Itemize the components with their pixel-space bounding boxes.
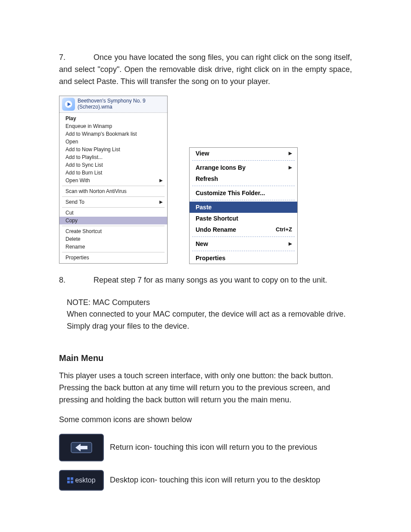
desktop-icon-row: esktop Desktop icon- touching this icon … xyxy=(59,470,352,491)
step-7: 7.Once you have located the song files, … xyxy=(59,52,352,88)
rmenu-view[interactable]: View ▶ xyxy=(190,148,297,159)
step-8: 8. Repeat step 7 for as many songs as yo… xyxy=(59,274,352,286)
menu-create-shortcut[interactable]: Create Shortcut xyxy=(59,227,167,235)
menu-send-to[interactable]: Send To ▶ xyxy=(59,198,167,206)
main-menu-heading: Main Menu xyxy=(59,353,352,363)
document-page: 7.Once you have located the song files, … xyxy=(0,0,411,532)
menu-open[interactable]: Open xyxy=(59,138,167,146)
desktop-icon-label: esktop xyxy=(75,476,95,484)
menu-copy[interactable]: Copy xyxy=(59,217,167,224)
menu-separator xyxy=(62,207,165,208)
file-context-menu: Beethoven's Symphony No. 9 (Scherzo).wma… xyxy=(59,96,168,264)
main-menu-p2: Some common icons are shown below xyxy=(59,414,352,426)
menu-separator xyxy=(192,186,295,186)
rmenu-customize[interactable]: Customize This Folder... xyxy=(190,187,297,199)
file-name-line2: (Scherzo).wma xyxy=(78,104,146,110)
note-body: When connected to your MAC computer, the… xyxy=(67,308,352,333)
desktop-icon[interactable]: esktop xyxy=(59,470,104,491)
menu-now-playing[interactable]: Add to Now Playing List xyxy=(59,146,167,153)
menu-separator xyxy=(62,252,165,252)
file-row[interactable]: Beethoven's Symphony No. 9 (Scherzo).wma xyxy=(59,96,167,113)
menu-separator xyxy=(192,251,295,251)
menu-open-with[interactable]: Open With ▶ xyxy=(59,177,167,184)
menu-add-bookmark[interactable]: Add to Winamp's Bookmark list xyxy=(59,130,167,138)
menu-cut[interactable]: Cut xyxy=(59,209,167,217)
menu-separator xyxy=(62,226,165,226)
shortcut-label: Ctrl+Z xyxy=(276,226,292,233)
return-icon-text: Return icon- touching this icon will ret… xyxy=(110,443,317,452)
folder-context-menu: View ▶ Arrange Icons By ▶ Refresh Custom… xyxy=(189,147,298,264)
media-file-icon xyxy=(62,98,75,111)
submenu-arrow-icon: ▶ xyxy=(289,151,292,156)
submenu-arrow-icon: ▶ xyxy=(289,241,292,246)
submenu-arrow-icon: ▶ xyxy=(159,199,163,204)
step-8-text: Repeat step 7 for as many songs as you w… xyxy=(93,274,352,286)
menu-separator xyxy=(192,160,295,161)
menu-separator xyxy=(62,196,165,197)
step-8-number: 8. xyxy=(59,274,93,286)
menu-separator xyxy=(62,186,165,186)
menu-enqueue-winamp[interactable]: Enqueue in Winamp xyxy=(59,122,167,130)
rmenu-undo[interactable]: Undo Rename Ctrl+Z xyxy=(190,224,297,235)
file-name: Beethoven's Symphony No. 9 (Scherzo).wma xyxy=(78,98,146,110)
note-block: NOTE: MAC Computers When connected to yo… xyxy=(67,297,352,333)
submenu-arrow-icon: ▶ xyxy=(159,178,163,183)
menu-separator xyxy=(192,236,295,237)
rmenu-paste-shortcut[interactable]: Paste Shortcut xyxy=(190,213,297,224)
menu-sync[interactable]: Add to Sync List xyxy=(59,161,167,169)
menu-playlist[interactable]: Add to Playlist... xyxy=(59,153,167,161)
step-7-text-start: Once you have located the song files, yo… xyxy=(59,53,352,86)
file-name-line1: Beethoven's Symphony No. 9 xyxy=(78,98,146,104)
menu-properties[interactable]: Properties xyxy=(59,254,167,261)
rmenu-refresh[interactable]: Refresh xyxy=(190,173,297,184)
rmenu-arrange[interactable]: Arrange Icons By ▶ xyxy=(190,162,297,173)
note-title: NOTE: MAC Computers xyxy=(67,297,352,309)
menu-play[interactable]: Play xyxy=(59,115,167,122)
return-icon-row: Return icon- touching this icon will ret… xyxy=(59,434,352,461)
submenu-arrow-icon: ▶ xyxy=(289,165,292,170)
windows-glyph-icon xyxy=(67,477,73,483)
main-menu-p1: This player uses a touch screen interfac… xyxy=(59,370,352,406)
rmenu-properties[interactable]: Properties xyxy=(190,252,297,264)
desktop-icon-text: Desktop icon- touching this icon will re… xyxy=(110,476,320,485)
return-icon[interactable] xyxy=(59,434,104,461)
menu-rename[interactable]: Rename xyxy=(59,243,167,251)
menu-separator xyxy=(192,200,295,200)
menu-burn[interactable]: Add to Burn List xyxy=(59,169,167,177)
menu-scan-antivirus[interactable]: Scan with Norton AntiVirus xyxy=(59,187,167,195)
step-7-number: 7. xyxy=(59,52,93,64)
menu-delete[interactable]: Delete xyxy=(59,235,167,243)
screenshots-row: Beethoven's Symphony No. 9 (Scherzo).wma… xyxy=(59,96,352,264)
rmenu-paste[interactable]: Paste xyxy=(190,202,297,213)
rmenu-new[interactable]: New ▶ xyxy=(190,238,297,249)
